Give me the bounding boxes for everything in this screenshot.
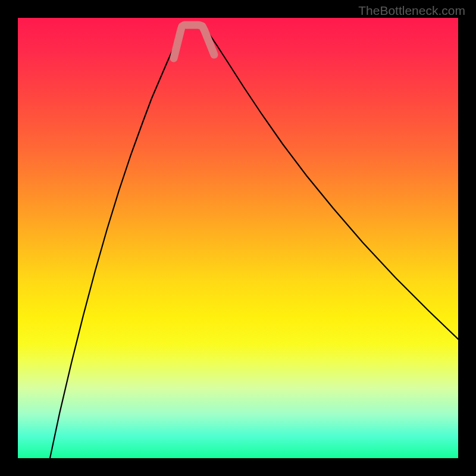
curve-left-curve: [50, 25, 187, 458]
curve-right-curve: [202, 25, 458, 339]
chart-svg: [18, 18, 458, 458]
marker-dull-marker-pink: [174, 25, 214, 58]
plot-area: [18, 18, 458, 458]
watermark-text: TheBottleneck.com: [358, 4, 465, 18]
